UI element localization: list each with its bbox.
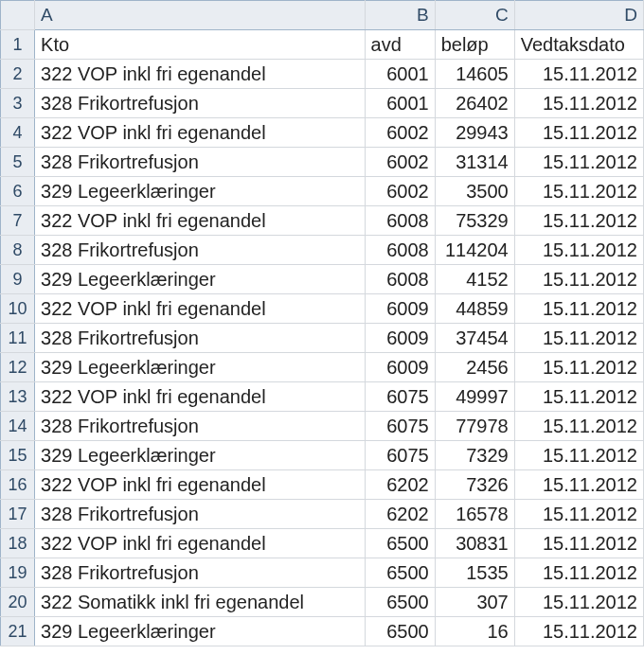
col-header-a[interactable]: A	[35, 1, 366, 30]
row-header[interactable]: 2	[1, 60, 35, 89]
cell[interactable]: 31314	[435, 148, 514, 177]
row-header[interactable]: 17	[1, 500, 35, 529]
cell[interactable]: 16	[435, 617, 514, 646]
cell[interactable]: 329 Legeerklæringer	[35, 441, 366, 470]
cell[interactable]: 328 Frikortrefusjon	[35, 500, 366, 529]
cell[interactable]: 328 Frikortrefusjon	[35, 324, 366, 353]
cell[interactable]: 15.11.2012	[514, 118, 643, 148]
cell[interactable]: 6500	[365, 529, 435, 558]
cell[interactable]: 329 Legeerklæringer	[35, 177, 366, 206]
cell[interactable]: 322 VOP inkl fri egenandel	[35, 118, 366, 148]
cell[interactable]: 15.11.2012	[514, 529, 643, 558]
row-header[interactable]: 14	[1, 412, 35, 441]
cell[interactable]: 4152	[435, 265, 514, 294]
cell[interactable]: 322 Somatikk inkl fri egenandel	[35, 588, 366, 617]
cell[interactable]: 322 VOP inkl fri egenandel	[35, 294, 366, 324]
cell[interactable]: 307	[435, 588, 514, 617]
cell[interactable]: 15.11.2012	[514, 89, 643, 118]
cell[interactable]: 322 VOP inkl fri egenandel	[35, 529, 366, 558]
cell[interactable]: 15.11.2012	[514, 294, 643, 324]
cell[interactable]: 15.11.2012	[514, 206, 643, 236]
cell[interactable]: 16578	[435, 500, 514, 529]
row-header[interactable]: 10	[1, 294, 35, 324]
col-header-c[interactable]: C	[435, 1, 514, 30]
row-header[interactable]: 6	[1, 177, 35, 206]
cell[interactable]: 26402	[435, 89, 514, 118]
cell[interactable]: 328 Frikortrefusjon	[35, 236, 366, 265]
row-header[interactable]: 18	[1, 529, 35, 558]
cell[interactable]: 15.11.2012	[514, 617, 643, 646]
select-all-corner[interactable]	[1, 1, 35, 30]
cell[interactable]: 6008	[365, 265, 435, 294]
cell[interactable]: 15.11.2012	[514, 236, 643, 265]
row-header[interactable]: 21	[1, 617, 35, 646]
row-header[interactable]: 11	[1, 324, 35, 353]
cell[interactable]: 328 Frikortrefusjon	[35, 558, 366, 588]
row-header[interactable]: 7	[1, 206, 35, 236]
cell[interactable]: 15.11.2012	[514, 470, 643, 500]
row-header[interactable]: 19	[1, 558, 35, 588]
cell[interactable]: 6202	[365, 500, 435, 529]
row-header[interactable]: 4	[1, 118, 35, 148]
cell[interactable]: 15.11.2012	[514, 177, 643, 206]
cell[interactable]: 3500	[435, 177, 514, 206]
cell[interactable]: 37454	[435, 324, 514, 353]
cell[interactable]: 49997	[435, 382, 514, 412]
cell[interactable]: 1535	[435, 558, 514, 588]
row-header[interactable]: 5	[1, 148, 35, 177]
cell[interactable]: 15.11.2012	[514, 353, 643, 382]
row-header[interactable]: 20	[1, 588, 35, 617]
cell[interactable]: 15.11.2012	[514, 265, 643, 294]
cell[interactable]: 6009	[365, 353, 435, 382]
cell[interactable]: 15.11.2012	[514, 324, 643, 353]
row-header[interactable]: 12	[1, 353, 35, 382]
row-header[interactable]: 8	[1, 236, 35, 265]
cell[interactable]: 15.11.2012	[514, 588, 643, 617]
cell[interactable]: 322 VOP inkl fri egenandel	[35, 206, 366, 236]
cell[interactable]: 329 Legeerklæringer	[35, 617, 366, 646]
cell[interactable]: beløp	[435, 30, 514, 60]
cell[interactable]: 44859	[435, 294, 514, 324]
cell[interactable]: 322 VOP inkl fri egenandel	[35, 470, 366, 500]
cell[interactable]: 7326	[435, 470, 514, 500]
cell[interactable]: 15.11.2012	[514, 148, 643, 177]
row-header[interactable]: 3	[1, 89, 35, 118]
cell[interactable]: 7329	[435, 441, 514, 470]
cell[interactable]: 6075	[365, 441, 435, 470]
row-header[interactable]: 1	[1, 30, 35, 60]
cell[interactable]: 6008	[365, 206, 435, 236]
cell[interactable]: 77978	[435, 412, 514, 441]
cell[interactable]: 329 Legeerklæringer	[35, 353, 366, 382]
cell[interactable]: 6500	[365, 588, 435, 617]
cell[interactable]: 15.11.2012	[514, 382, 643, 412]
cell[interactable]: 6001	[365, 89, 435, 118]
cell[interactable]: 6002	[365, 118, 435, 148]
cell[interactable]: 322 VOP inkl fri egenandel	[35, 60, 366, 89]
cell[interactable]: 6500	[365, 558, 435, 588]
cell[interactable]: 2456	[435, 353, 514, 382]
cell[interactable]: 15.11.2012	[514, 558, 643, 588]
cell[interactable]: 329 Legeerklæringer	[35, 265, 366, 294]
cell[interactable]: 328 Frikortrefusjon	[35, 412, 366, 441]
cell[interactable]: 6202	[365, 470, 435, 500]
cell[interactable]: 15.11.2012	[514, 500, 643, 529]
cell[interactable]: 6001	[365, 60, 435, 89]
cell[interactable]: 6075	[365, 382, 435, 412]
cell[interactable]: 6002	[365, 177, 435, 206]
col-header-b[interactable]: B	[365, 1, 435, 30]
cell[interactable]: 15.11.2012	[514, 441, 643, 470]
cell[interactable]: Vedtaksdato	[514, 30, 643, 60]
cell[interactable]: 6009	[365, 324, 435, 353]
row-header[interactable]: 16	[1, 470, 35, 500]
cell[interactable]: 75329	[435, 206, 514, 236]
cell[interactable]: 322 VOP inkl fri egenandel	[35, 382, 366, 412]
row-header[interactable]: 13	[1, 382, 35, 412]
cell[interactable]: 15.11.2012	[514, 60, 643, 89]
cell[interactable]: 6002	[365, 148, 435, 177]
cell[interactable]: 6500	[365, 617, 435, 646]
cell[interactable]: avd	[365, 30, 435, 60]
row-header[interactable]: 15	[1, 441, 35, 470]
cell[interactable]: 328 Frikortrefusjon	[35, 89, 366, 118]
cell[interactable]: 14605	[435, 60, 514, 89]
cell[interactable]: 6009	[365, 294, 435, 324]
